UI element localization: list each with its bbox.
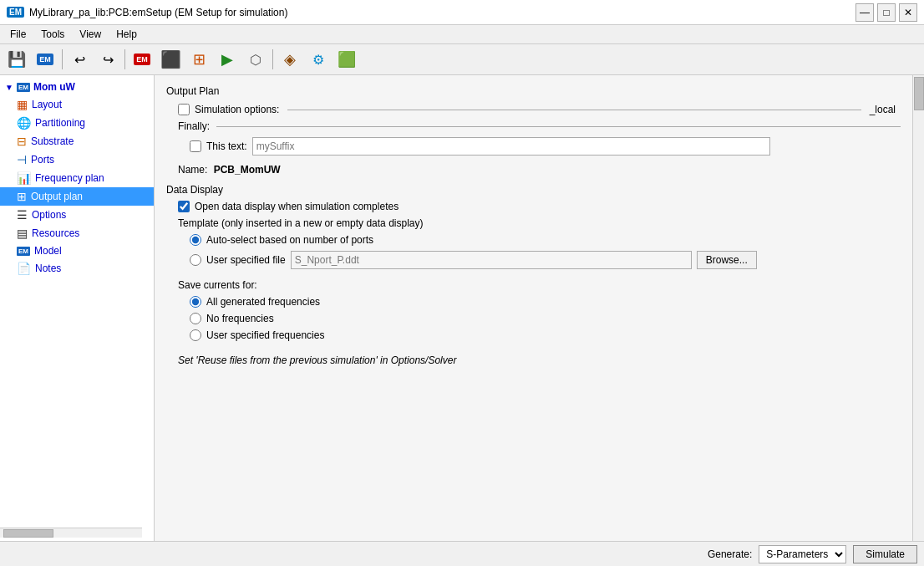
ports-icon: ⊣ — [17, 153, 27, 166]
options-icon: ☰ — [17, 208, 28, 222]
save-button[interactable]: 💾 — [3, 47, 30, 72]
sidebar-group-mom-uw[interactable]: ▼ EM Mom uW — [0, 79, 154, 95]
this-text-checkbox[interactable] — [190, 140, 201, 152]
sidebar-label-model: Model — [34, 245, 62, 257]
save-icon: 💾 — [8, 50, 26, 69]
sidebar-item-ports[interactable]: ⊣ Ports — [0, 150, 154, 169]
sidebar-label-layout: Layout — [32, 99, 62, 110]
data-display-section: Data Display Open data display when simu… — [166, 184, 901, 366]
output-plan-icon: ⊞ — [17, 190, 27, 203]
no-frequencies-row: No frequencies — [166, 313, 901, 324]
menu-help[interactable]: Help — [109, 27, 144, 42]
menu-bar: File Tools View Help — [0, 25, 924, 44]
undo-button[interactable]: ↩ — [66, 47, 93, 72]
redo-button[interactable]: ↪ — [94, 47, 121, 72]
open-data-display-checkbox[interactable] — [178, 201, 190, 212]
minimize-button[interactable]: — — [855, 3, 874, 22]
generate-select[interactable]: S-Parameters Z-Parameters Y-Parameters — [759, 545, 846, 563]
em-red-button[interactable]: EM — [129, 47, 155, 72]
sidebar-item-options[interactable]: ☰ Options — [0, 206, 154, 224]
sidebar-item-resources[interactable]: ▤ Resources — [0, 224, 154, 242]
user-frequencies-label: User specified frequencies — [206, 329, 324, 341]
menu-file[interactable]: File — [3, 27, 33, 42]
em-blue-icon: EM — [37, 54, 53, 65]
user-file-radio[interactable] — [190, 254, 201, 266]
this-text-row: This text: — [166, 137, 901, 156]
menu-view[interactable]: View — [73, 27, 108, 42]
user-frequencies-radio[interactable] — [190, 329, 201, 341]
vertical-scrollbar[interactable] — [912, 75, 924, 541]
sidebar-group-expand-icon: ▼ — [5, 83, 13, 92]
title-bar: EM MyLibrary_pa_lib:PCB:emSetup (EM Setu… — [0, 0, 924, 25]
simulation-options-value: _local — [870, 104, 896, 115]
no-frequencies-radio[interactable] — [190, 313, 201, 324]
sidebar-group-label: Mom uW — [33, 81, 75, 93]
resources-icon: ▤ — [17, 227, 28, 240]
user-file-label: User specified file — [206, 254, 286, 266]
em-setup-button[interactable]: EM — [32, 47, 58, 72]
template-label: Template (only inserted in a new or empt… — [178, 217, 423, 229]
no-frequencies-label: No frequencies — [206, 313, 274, 324]
run-button[interactable]: ▶ — [214, 47, 241, 72]
partitioning-icon: 🌐 — [17, 116, 31, 130]
content-panel: Output Plan Simulation options: _local F… — [155, 75, 912, 541]
model-icon: EM — [17, 247, 30, 256]
sidebar: ▼ EM Mom uW ▦ Layout 🌐 Partitioning ⊟ Su… — [0, 75, 155, 541]
sidebar-item-output-plan[interactable]: ⊞ Output plan — [0, 187, 154, 206]
toolbar-separator-1 — [62, 49, 63, 69]
finally-line — [216, 126, 901, 127]
close-button[interactable]: ✕ — [899, 3, 917, 22]
sidebar-scroll-thumb[interactable] — [3, 529, 53, 538]
layout-sidebar-icon: ▦ — [17, 98, 28, 111]
open-data-display-label: Open data display when simulation comple… — [195, 201, 399, 212]
sidebar-label-ports: Ports — [31, 154, 54, 166]
menu-tools[interactable]: Tools — [34, 27, 71, 42]
this-text-label: This text: — [206, 140, 247, 152]
sidebar-item-layout[interactable]: ▦ Layout — [0, 95, 154, 114]
name-value: PCB_MomUW — [214, 164, 281, 176]
sidebar-item-frequency-plan[interactable]: 📊 Frequency plan — [0, 169, 154, 187]
layers-button[interactable]: ⊞ — [185, 47, 212, 72]
all-frequencies-radio[interactable] — [190, 296, 201, 308]
sidebar-label-notes: Notes — [35, 263, 61, 274]
scrollbar-thumb[interactable] — [914, 77, 924, 110]
sidebar-item-notes[interactable]: 📄 Notes — [0, 259, 154, 278]
layers-icon: ⊞ — [193, 50, 206, 69]
name-row: Name: PCB_MomUW — [166, 164, 901, 176]
generate-label: Generate: — [708, 548, 752, 560]
user-frequencies-row: User specified frequencies — [166, 329, 901, 341]
this-text-input[interactable] — [252, 137, 770, 156]
simulation-options-checkbox[interactable] — [178, 104, 190, 115]
save-currents-label: Save currents for: — [166, 279, 901, 291]
window-title: MyLibrary_pa_lib:PCB:emSetup (EM Setup f… — [29, 7, 287, 18]
sidebar-label-resources: Resources — [32, 227, 79, 239]
content-scroll-area: Output Plan Simulation options: _local F… — [155, 75, 912, 541]
sim-icon: 🟩 — [338, 50, 356, 69]
simulation-options-label: Simulation options: — [195, 104, 279, 115]
window-controls: — □ ✕ — [855, 3, 917, 22]
color1-button[interactable]: ◈ — [277, 47, 303, 72]
layout-button[interactable]: ⬛ — [157, 47, 184, 72]
simulate-button[interactable]: Simulate — [853, 545, 917, 563]
user-file-input[interactable] — [291, 251, 692, 269]
sidebar-em-icon: EM — [17, 83, 30, 92]
browse-button[interactable]: Browse... — [697, 251, 757, 269]
data-display-title: Data Display — [166, 184, 901, 196]
sidebar-label-frequency-plan: Frequency plan — [35, 172, 104, 184]
name-label: Name: — [178, 164, 207, 176]
sim-button[interactable]: 🟩 — [333, 47, 360, 72]
tools2-icon: ⚙ — [312, 52, 324, 68]
sidebar-label-substrate: Substrate — [31, 135, 74, 147]
sidebar-item-partitioning[interactable]: 🌐 Partitioning — [0, 114, 154, 132]
sidebar-item-model[interactable]: EM Model — [0, 242, 154, 259]
frequency-plan-icon: 📊 — [17, 171, 31, 185]
user-file-radio-row: User specified file Browse... — [166, 251, 901, 269]
sidebar-scrollbar[interactable] — [0, 528, 142, 538]
sidebar-label-output-plan: Output plan — [31, 191, 83, 202]
output-plan-section: Output Plan Simulation options: _local F… — [166, 85, 901, 176]
tools2-button[interactable]: ⚙ — [305, 47, 332, 72]
3d-button[interactable]: ⬡ — [242, 47, 269, 72]
auto-select-radio[interactable] — [190, 234, 201, 246]
sidebar-item-substrate[interactable]: ⊟ Substrate — [0, 132, 154, 150]
maximize-button[interactable]: □ — [877, 3, 896, 22]
